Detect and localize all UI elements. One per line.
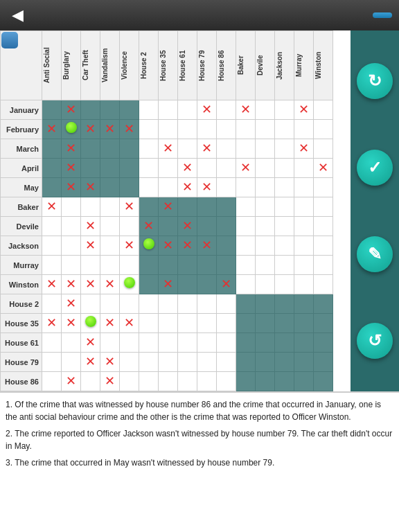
grid-cell[interactable] <box>120 275 139 294</box>
grid-cell[interactable] <box>275 139 294 159</box>
grid-cell[interactable] <box>236 139 256 159</box>
grid-cell[interactable]: ✕ <box>178 236 197 256</box>
grid-cell[interactable]: ✕ <box>159 197 178 217</box>
grid-cell[interactable] <box>275 217 294 236</box>
grid-cell[interactable]: ✕ <box>62 372 81 391</box>
grid-cell[interactable] <box>120 139 139 159</box>
grid-cell[interactable] <box>256 353 275 372</box>
grid-cell[interactable] <box>217 139 236 159</box>
grid-cell[interactable] <box>100 178 120 197</box>
grid-cell[interactable] <box>256 159 275 178</box>
grid-cell[interactable]: ✕ <box>236 100 256 120</box>
grid-cell[interactable] <box>178 197 197 217</box>
grid-cell[interactable] <box>197 256 217 275</box>
grid-cell[interactable] <box>100 294 120 314</box>
grid-cell[interactable] <box>197 333 217 353</box>
grid-cell[interactable] <box>197 217 217 236</box>
grid-cell[interactable]: ✕ <box>100 314 120 333</box>
grid-cell[interactable] <box>100 217 120 236</box>
grid-cell[interactable] <box>42 333 62 353</box>
grid-cell[interactable] <box>256 314 275 333</box>
grid-cell[interactable] <box>81 100 100 120</box>
grid-cell[interactable] <box>62 256 81 275</box>
grid-cell[interactable] <box>42 100 62 120</box>
grid-cell[interactable] <box>217 178 236 197</box>
grid-cell[interactable] <box>139 139 159 159</box>
info-icon[interactable] <box>1 32 18 48</box>
grid-cell[interactable] <box>62 333 81 353</box>
grid-cell[interactable]: ✕ <box>81 178 100 197</box>
grid-cell[interactable] <box>159 217 178 236</box>
grid-cell[interactable] <box>236 256 256 275</box>
grid-cell[interactable] <box>217 120 236 139</box>
grid-cell[interactable] <box>275 294 294 314</box>
grid-cell[interactable] <box>178 353 197 372</box>
grid-cell[interactable]: ✕ <box>81 275 100 294</box>
grid-cell[interactable]: ✕ <box>120 236 139 256</box>
grid-cell[interactable] <box>120 372 139 391</box>
grid-cell[interactable] <box>256 275 275 294</box>
grid-cell[interactable] <box>197 372 217 391</box>
grid-cell[interactable] <box>120 333 139 353</box>
grid-cell[interactable] <box>197 353 217 372</box>
grid-cell[interactable] <box>100 139 120 159</box>
grid-cell[interactable] <box>217 333 236 353</box>
grid-cell[interactable]: ✕ <box>81 353 100 372</box>
grid-cell[interactable]: ✕ <box>100 275 120 294</box>
grid-cell[interactable] <box>139 159 159 178</box>
grid-cell[interactable] <box>314 120 333 139</box>
grid-cell[interactable] <box>217 100 236 120</box>
grid-cell[interactable]: ✕ <box>42 275 62 294</box>
grid-cell[interactable] <box>314 353 333 372</box>
grid-cell[interactable] <box>62 120 81 139</box>
grid-cell[interactable] <box>275 256 294 275</box>
grid-cell[interactable] <box>81 159 100 178</box>
grid-cell[interactable] <box>314 256 333 275</box>
grid-cell[interactable] <box>275 159 294 178</box>
grid-cell[interactable] <box>178 333 197 353</box>
grid-cell[interactable] <box>256 333 275 353</box>
grid-cell[interactable] <box>275 236 294 256</box>
grid-cell[interactable] <box>159 333 178 353</box>
grid-cell[interactable]: ✕ <box>62 100 81 120</box>
grid-cell[interactable] <box>178 294 197 314</box>
grid-cell[interactable] <box>81 294 100 314</box>
grid-cell[interactable] <box>294 217 314 236</box>
grid-cell[interactable]: ✕ <box>42 120 62 139</box>
grid-cell[interactable] <box>236 120 256 139</box>
grid-cell[interactable] <box>139 372 159 391</box>
grid-cell[interactable] <box>236 372 256 391</box>
grid-cell[interactable]: ✕ <box>120 314 139 333</box>
grid-cell[interactable] <box>139 314 159 333</box>
grid-cell[interactable] <box>256 217 275 236</box>
grid-cell[interactable] <box>217 217 236 236</box>
grid-cell[interactable] <box>294 236 314 256</box>
grid-cell[interactable]: ✕ <box>42 197 62 217</box>
grid-cell[interactable] <box>314 333 333 353</box>
grid-cell[interactable] <box>100 256 120 275</box>
refresh-button[interactable]: ↻ <box>357 63 393 99</box>
grid-cell[interactable]: ✕ <box>62 314 81 333</box>
grid-cell[interactable]: ✕ <box>294 100 314 120</box>
grid-cell[interactable] <box>217 159 236 178</box>
grid-cell[interactable] <box>294 178 314 197</box>
grid-cell[interactable] <box>139 294 159 314</box>
grid-cell[interactable]: ✕ <box>100 372 120 391</box>
grid-cell[interactable] <box>178 256 197 275</box>
grid-cell[interactable] <box>81 197 100 217</box>
grid-cell[interactable] <box>314 139 333 159</box>
grid-cell[interactable] <box>197 159 217 178</box>
grid-cell[interactable] <box>217 314 236 333</box>
grid-cell[interactable]: ✕ <box>178 217 197 236</box>
grid-cell[interactable] <box>256 100 275 120</box>
hint-button[interactable] <box>373 12 392 18</box>
back-button[interactable]: ◀ <box>7 6 28 24</box>
grid-cell[interactable] <box>217 256 236 275</box>
grid-cell[interactable]: ✕ <box>159 275 178 294</box>
grid-cell[interactable] <box>100 333 120 353</box>
grid-cell[interactable] <box>314 100 333 120</box>
grid-cell[interactable] <box>81 372 100 391</box>
grid-cell[interactable] <box>159 353 178 372</box>
grid-cell[interactable] <box>42 294 62 314</box>
grid-cell[interactable]: ✕ <box>81 217 100 236</box>
